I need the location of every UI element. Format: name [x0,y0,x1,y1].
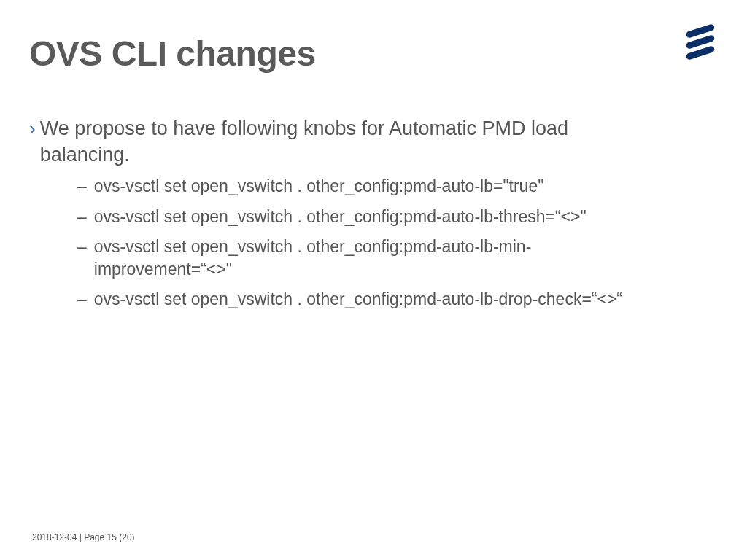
slide: OVS CLI changes › We propose to have fol… [0,0,747,560]
subbullet-text: ovs-vsctl set open_vswitch . other_confi… [94,236,641,281]
bullet-main: › We propose to have following knobs for… [29,116,657,168]
subbullet-list: – ovs-vsctl set open_vswitch . other_con… [77,175,657,311]
subbullet-text: ovs-vsctl set open_vswitch . other_confi… [94,175,544,198]
slide-title: OVS CLI changes [29,34,718,74]
subbullet-item: – ovs-vsctl set open_vswitch . other_con… [77,288,657,311]
subbullet-text: ovs-vsctl set open_vswitch . other_confi… [94,206,587,228]
bullet-text: We propose to have following knobs for A… [40,116,657,168]
footer-page: Page 15 (20) [84,532,134,542]
dash-marker: – [77,288,87,310]
footer-sep: | [77,532,84,542]
footer: 2018-12-04 | Page 15 (20) [32,532,135,542]
dash-marker: – [77,236,87,257]
subbullet-item: – ovs-vsctl set open_vswitch . other_con… [77,236,657,281]
dash-marker: – [77,206,87,228]
dash-marker: – [77,175,87,197]
footer-date: 2018-12-04 [32,532,77,542]
content-area: › We propose to have following knobs for… [29,116,657,311]
subbullet-text: ovs-vsctl set open_vswitch . other_confi… [94,288,622,311]
subbullet-item: – ovs-vsctl set open_vswitch . other_con… [77,206,657,228]
ericsson-logo-icon [683,23,718,61]
bullet-marker: › [29,116,36,141]
subbullet-item: – ovs-vsctl set open_vswitch . other_con… [77,175,657,198]
